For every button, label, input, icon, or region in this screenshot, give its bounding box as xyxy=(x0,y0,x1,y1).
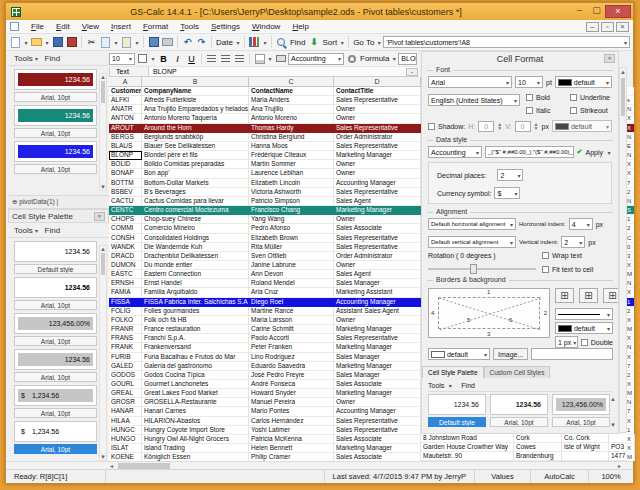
cell[interactable]: Bon app' xyxy=(142,169,249,178)
cell[interactable]: Gourmet Lanchonetes xyxy=(142,380,249,389)
cell[interactable]: Victoria Ashworth xyxy=(249,188,334,197)
cell[interactable]: Marketing Manager xyxy=(334,151,421,160)
scroll-down-icon[interactable]: ▼ xyxy=(100,454,106,460)
cell[interactable]: Sales Associate xyxy=(334,453,421,461)
cell[interactable]: 8 Johnstown Road xyxy=(421,434,514,443)
decimal-places-combo[interactable]: 2▾ xyxy=(497,169,523,181)
cell[interactable]: Berglunds snabbköp xyxy=(142,133,249,142)
new-file-dropdown[interactable]: ▾ xyxy=(23,39,29,46)
style-card[interactable]: 1234.56Arial, 10pt xyxy=(8,105,109,138)
style-card[interactable]: 123,456.00%Arial, 10pt xyxy=(552,394,610,427)
table-row[interactable]: BSBEVB's BeveragesVictoria AshworthSales… xyxy=(109,188,421,197)
bold-checkbox[interactable] xyxy=(526,94,533,101)
redo-icon[interactable]: ↷ xyxy=(195,36,208,48)
sort-icon[interactable]: ⬇ xyxy=(307,36,320,48)
tools-dropdown[interactable]: ▾ xyxy=(447,382,453,389)
style-card-label[interactable]: Arial, 10pt xyxy=(14,336,97,346)
rotation-slider[interactable] xyxy=(428,264,536,274)
cell[interactable]: Du monde entier xyxy=(142,261,249,270)
cell[interactable] xyxy=(562,452,609,461)
table-row[interactable]: CONSHConsolidated HoldingsElizabeth Brow… xyxy=(109,234,421,243)
menu-item-insert[interactable]: Insert xyxy=(105,21,137,32)
table-row[interactable]: COMMIComércio MineiroPedro AfonsoSales A… xyxy=(109,224,421,233)
table-row[interactable]: FRANKFrankenversandPeter FrankenMarketin… xyxy=(109,343,421,352)
style-card-label[interactable]: Arial, 10pt xyxy=(14,372,97,382)
table-row[interactable]: ALFKIAlfreds FutterkisteMaria AndersSale… xyxy=(109,96,421,105)
font-size-combo[interactable]: 10▾ xyxy=(515,76,543,88)
cell[interactable]: Philip Cramer xyxy=(249,453,334,461)
table-row[interactable]: AROUTAround the HornThomas HardySales Re… xyxy=(109,124,421,133)
name-box-input[interactable]: BLONP xyxy=(398,53,417,65)
cell[interactable]: GOURL xyxy=(109,380,142,389)
cell[interactable]: Consolidated Holdings xyxy=(142,234,249,243)
cell[interactable]: HUNGO xyxy=(109,435,142,444)
cell[interactable]: Owner xyxy=(334,316,421,325)
format-string-input[interactable]: _("$" #,##0.00_);"($" #,##0.00)_( xyxy=(485,146,574,158)
style-card[interactable]: 1234.56Arial, 10pt xyxy=(490,394,548,427)
menu-item-help[interactable]: Help xyxy=(286,21,314,32)
cell[interactable]: Helen Bennett xyxy=(249,444,334,453)
cell[interactable]: Cork xyxy=(514,434,562,443)
cell[interactable]: Janine Labrune xyxy=(249,261,334,270)
cell[interactable]: Die Wandernde Kuh xyxy=(142,243,249,252)
cell[interactable]: B's Beverages xyxy=(142,188,249,197)
table-row[interactable]: GALEDGalería del gastrónomoEduardo Saave… xyxy=(109,362,421,371)
cell[interactable]: ISLAT xyxy=(109,444,142,453)
cell[interactable]: Blauer See Delikatessen xyxy=(142,142,249,151)
image-button[interactable]: Image... xyxy=(493,348,528,360)
cell[interactable]: Folies gourmandes xyxy=(142,307,249,316)
style-card[interactable]: 123,456.00%Arial, 10pt xyxy=(8,313,109,346)
scroll-down-icon[interactable]: ▼ xyxy=(610,422,616,428)
cell[interactable]: Hungry Coyote Import Store xyxy=(142,426,249,435)
cell[interactable]: Hanna Moos xyxy=(249,142,334,151)
table-row[interactable]: HUNGOHungry Owl All-Night GrocersPatrici… xyxy=(109,435,421,444)
table-row[interactable]: FAMIAFamilia ArquibaldoAria CruzMarketin… xyxy=(109,288,421,297)
cell[interactable]: CACTU xyxy=(109,197,142,206)
cell[interactable]: FISSA Fabrica Inter. Salchichas S.A. xyxy=(142,298,249,307)
style-card[interactable]: 1234.56Arial, 10pt xyxy=(8,349,109,382)
cell[interactable]: Godos Cocina Típica xyxy=(142,371,249,380)
cell[interactable]: Marketing Assistant xyxy=(334,288,421,297)
cell[interactable]: Ann Devon xyxy=(249,270,334,279)
cell[interactable]: Owner xyxy=(334,114,421,123)
cell[interactable]: Antonio Moreno xyxy=(249,114,334,123)
cell[interactable]: France restauration xyxy=(142,325,249,334)
minimize-button[interactable]: – xyxy=(571,5,588,18)
cell[interactable]: Centro comercial Moctezuma xyxy=(142,206,249,215)
table-row[interactable]: FISSAFISSA Fabrica Inter. Salchichas S.A… xyxy=(109,298,421,307)
table-row[interactable]: FOLIGFolies gourmandesMartine RancéAssis… xyxy=(109,307,421,316)
cell[interactable]: FAMIA xyxy=(109,288,142,297)
bold-button[interactable]: B xyxy=(157,53,170,65)
maximize-button[interactable]: ▢ xyxy=(588,5,605,18)
cell[interactable]: Patricia McKenna xyxy=(249,435,334,444)
table-row[interactable]: ISLATIsland TradingHelen BennettMarketin… xyxy=(109,444,421,453)
cell[interactable]: AROUT xyxy=(109,124,142,133)
cell[interactable]: HILARIÓN-Abastos xyxy=(142,417,249,426)
paste-icon[interactable] xyxy=(120,36,133,48)
custom-styles-scrollbar[interactable]: ▲▼ xyxy=(99,73,107,191)
style-card-label[interactable]: Arial, 10pt xyxy=(14,444,97,454)
cell[interactable]: CENTC xyxy=(109,206,142,215)
menu-item-window[interactable]: Window xyxy=(246,21,286,32)
data-style-combo[interactable]: Accounting▾ xyxy=(428,146,482,158)
cell[interactable]: FISSA xyxy=(109,298,142,307)
v-indent-combo[interactable]: 2▾ xyxy=(561,236,585,248)
spreadsheet-grid[interactable]: CustomerIDCompanyNameContactNameContactT… xyxy=(109,87,421,461)
cut-icon[interactable]: ✂ xyxy=(85,36,98,48)
fill-color-dropdown[interactable]: ▾ xyxy=(267,55,273,62)
cell[interactable]: Hungry Owl All-Night Grocers xyxy=(142,435,249,444)
table-row[interactable]: FOLKOFolk och fä HBMaria LarssonOwner xyxy=(109,316,421,325)
cell[interactable]: Owner xyxy=(334,215,421,224)
menu-item-format[interactable]: Format xyxy=(137,21,174,32)
cell[interactable]: BSBEV xyxy=(109,188,142,197)
style-card-label[interactable]: Arial, 10pt xyxy=(14,92,97,102)
cell[interactable]: Drachenblut Delikatessen xyxy=(142,252,249,261)
cell[interactable]: Maria Anders xyxy=(249,96,334,105)
fill-color-icon[interactable] xyxy=(253,53,266,65)
tools-menu[interactable]: Tools xyxy=(14,226,33,235)
cell[interactable]: Sales Representative xyxy=(334,234,421,243)
column-header-D[interactable]: D xyxy=(334,77,421,86)
cell[interactable]: BERGS xyxy=(109,133,142,142)
cell[interactable]: Accounting Manager xyxy=(334,298,421,307)
table-row[interactable]: BOLIDBólido Comidas preparadasMartín Som… xyxy=(109,160,421,169)
